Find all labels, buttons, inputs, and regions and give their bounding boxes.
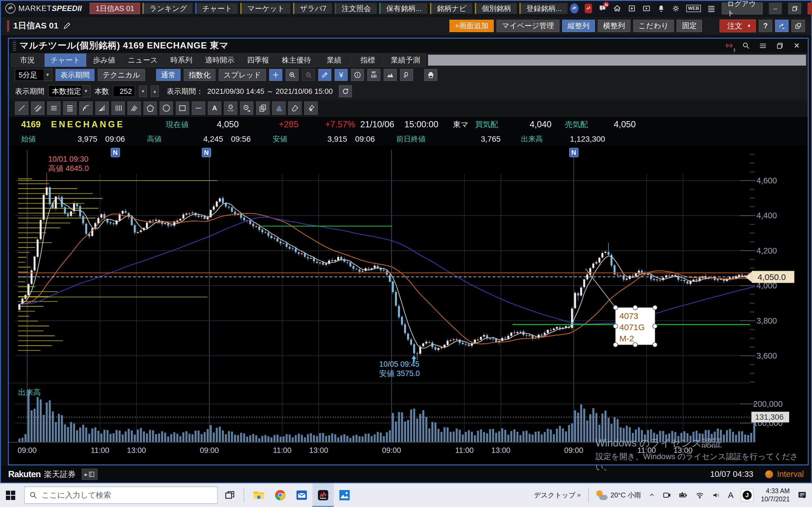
taskbar-photos[interactable] <box>334 483 355 507</box>
zoom-in-button[interactable] <box>286 69 299 81</box>
start-button[interactable] <box>0 483 21 507</box>
close-button[interactable]: ✕ <box>808 3 812 14</box>
menu-tab-銘柄ナビ[interactable]: 銘柄ナビ <box>430 3 472 14</box>
timeframe-select[interactable]: 5分足▼ <box>15 69 52 81</box>
tab-株主優待[interactable]: 株主優待 <box>276 54 317 67</box>
pentagon-icon[interactable] <box>144 101 157 115</box>
link-icon[interactable]: 1 <box>724 41 734 50</box>
pitchfork-icon[interactable] <box>128 101 141 115</box>
menu-tab-保有銘柄...[interactable]: 保有銘柄... <box>379 3 428 14</box>
eraser-text-icon[interactable]: A <box>304 101 318 115</box>
normal-button[interactable]: 通常 <box>156 69 181 81</box>
zoom-out-button[interactable] <box>302 69 315 81</box>
info-button[interactable]: i <box>351 69 364 81</box>
eraser-icon[interactable] <box>288 101 302 115</box>
camera-tray-icon[interactable] <box>659 483 675 507</box>
spread-button[interactable]: スプレッド <box>219 69 266 81</box>
weather-widget[interactable]: 20°C 小雨 <box>593 483 645 507</box>
fib-arcs-icon[interactable] <box>79 101 93 115</box>
wifi-icon[interactable] <box>692 483 708 507</box>
help-button[interactable]: ? <box>759 20 772 32</box>
window-restore-icon[interactable] <box>775 41 784 50</box>
tab-時系列[interactable]: 時系列 <box>164 54 198 67</box>
ellipse-icon[interactable] <box>160 101 173 115</box>
popout-icon[interactable] <box>792 20 805 32</box>
icon-stamp-icon[interactable]: ICON <box>224 101 238 115</box>
panel-expand-icon[interactable] <box>642 3 651 13</box>
menu-tab-マーケット[interactable]: マーケット <box>240 3 290 14</box>
reload-button[interactable] <box>339 86 352 97</box>
taskbar-clock[interactable]: 4:33 AM 10/7/2021 <box>757 487 794 503</box>
tab-業績予測[interactable]: 業績予測 <box>385 54 426 67</box>
tab-業績[interactable]: 業績 <box>318 54 350 67</box>
period-button[interactable]: 表示期間 <box>56 69 94 81</box>
multitool-titlebar[interactable]: マルチツール(個別銘柄) 4169 ENECHANGE 東マ 1 ✕ <box>9 39 808 53</box>
settings-gear-icon[interactable] <box>672 3 680 13</box>
mountain-chart-button[interactable] <box>384 69 397 81</box>
tab-適時開示[interactable]: 適時開示 <box>199 54 240 67</box>
window-close-icon[interactable]: ✕ <box>792 41 802 50</box>
action-center-icon[interactable] <box>794 483 812 507</box>
rectangle-icon[interactable] <box>175 101 189 115</box>
toolbar-button-+画面追加[interactable]: +画面追加 <box>449 20 494 32</box>
side-panel-toggle[interactable]: ▸ <box>82 469 98 480</box>
window-menu-icon[interactable] <box>758 41 768 50</box>
menu-tab-個別銘柄[interactable]: 個別銘柄 <box>475 3 517 14</box>
count-mode-select[interactable]: 本数指定▼ <box>48 86 91 97</box>
logout-button[interactable]: ログアウト <box>722 3 763 14</box>
toolbar-button-固定[interactable]: 固定 <box>677 20 702 32</box>
menu-tab-チャート[interactable]: チャート <box>195 3 238 14</box>
toolbar-button-こだわり[interactable]: こだわり <box>633 20 674 32</box>
menu-tab-登録銘柄...[interactable]: 登録銘柄... <box>519 3 568 14</box>
copy-object-icon[interactable] <box>256 101 269 115</box>
search-icon[interactable] <box>741 41 751 50</box>
ime-mode-a[interactable]: A <box>724 483 737 507</box>
indexed-button[interactable]: 指数化 <box>184 69 215 81</box>
print-button[interactable] <box>424 69 437 81</box>
count-up-stepper[interactable]: ▲ <box>151 86 159 97</box>
hand-move-icon[interactable] <box>272 101 286 115</box>
taskbar-chrome[interactable] <box>269 483 291 507</box>
taskbar-file-explorer[interactable] <box>248 483 269 507</box>
draw-pencil-button[interactable] <box>318 69 331 81</box>
h-lines-4-icon[interactable] <box>63 101 77 115</box>
fan-lines-icon[interactable] <box>95 101 109 115</box>
taskbar-search-input[interactable]: ここに入力して検索 <box>24 487 218 504</box>
web-icon[interactable]: WEB <box>686 5 701 12</box>
hamburger-menu-icon[interactable] <box>707 3 716 13</box>
time-arrow-icon[interactable] <box>240 101 253 115</box>
menu-tab-ランキング[interactable]: ランキング <box>142 3 193 14</box>
chart-square-icon[interactable] <box>585 4 592 13</box>
crosshair-button[interactable] <box>269 69 282 81</box>
bell-icon[interactable] <box>657 3 665 13</box>
tab-歩み値[interactable]: 歩み値 <box>87 54 121 67</box>
home-icon[interactable] <box>613 3 621 13</box>
menu-tab-1日信AS 01[interactable]: 1日信AS 01 <box>90 3 140 14</box>
bar-count-input[interactable]: 252 <box>113 86 135 97</box>
taskbar-marketspeed[interactable] <box>312 483 334 507</box>
edit-pencil-icon[interactable] <box>63 22 71 30</box>
battery-icon[interactable] <box>675 483 692 507</box>
volume-icon[interactable] <box>708 483 724 507</box>
v-lines-icon[interactable] <box>111 101 125 115</box>
tab-四季報[interactable]: 四季報 <box>241 54 275 67</box>
drag-grip[interactable] <box>13 41 16 51</box>
restore-button[interactable] <box>788 3 801 14</box>
text-A-icon[interactable]: A <box>208 101 221 115</box>
ime-mode-j[interactable]: J <box>737 483 757 507</box>
task-view-button[interactable] <box>220 483 240 507</box>
tab-チャート[interactable]: チャート <box>45 54 86 67</box>
toolbar-button-横整列[interactable]: 横整列 <box>598 20 630 32</box>
send-order-icon[interactable] <box>775 20 789 32</box>
price-chart[interactable]: 4,6004,4004,2004,0003,8003,6004,050.0NNN… <box>9 146 808 464</box>
chart-circle-icon[interactable] <box>570 3 578 13</box>
trend-line-icon[interactable] <box>15 101 29 115</box>
menu-tab-ザラバ7[interactable]: ザラバ7 <box>293 3 333 14</box>
minimize-button[interactable]: – <box>769 3 782 14</box>
toolbar-button-マイページ管理[interactable]: マイページ管理 <box>497 20 559 32</box>
yen-button[interactable]: ¥ <box>335 69 348 81</box>
parallel-lines-icon[interactable] <box>31 101 45 115</box>
taskbar-mail[interactable] <box>291 483 312 507</box>
desktop-toolbar[interactable]: デスクトップ» <box>530 483 585 507</box>
wrench-button[interactable] <box>400 69 413 81</box>
